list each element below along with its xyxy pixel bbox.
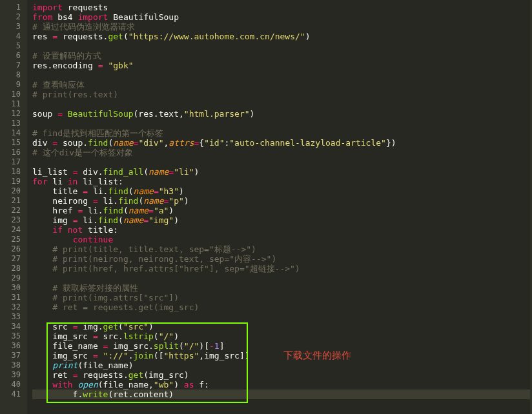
token-kw: continue: [73, 235, 114, 244]
code-line[interactable]: img_src = src.lstrip("/"): [32, 331, 532, 341]
line-number: 21: [0, 196, 27, 206]
token-plain: BeautifulSoup: [108, 12, 179, 22]
token-plain: requests: [77, 370, 123, 380]
token-plain: img_src: [32, 331, 93, 341]
code-editor[interactable]: 1234567891011121314151617181920212223242…: [0, 0, 532, 414]
code-line[interactable]: # print(href, href.attrs["href"], sep="超…: [32, 264, 532, 273]
line-number: 16: [0, 148, 27, 157]
line-number: 2: [0, 12, 27, 22]
code-line[interactable]: f.write(ret.content): [32, 389, 532, 399]
token-plain: soup: [32, 109, 57, 119]
code-line[interactable]: [32, 312, 532, 322]
line-number: 13: [0, 119, 27, 128]
code-line[interactable]: div = soup.find(name="div",attrs={"id":"…: [32, 138, 532, 148]
code-line[interactable]: [32, 70, 532, 80]
token-plain: .: [148, 341, 154, 351]
code-line[interactable]: # 通过代码伪造浏览器请求: [32, 22, 532, 32]
code-line[interactable]: # 查看响应体: [32, 80, 532, 90]
token-fn: find: [118, 196, 138, 206]
line-number: 24: [0, 225, 27, 235]
token-plain: [32, 380, 52, 389]
code-line[interactable]: [32, 157, 532, 167]
token-plain: [32, 264, 52, 273]
code-line[interactable]: [32, 41, 532, 51]
line-number: 11: [0, 99, 27, 109]
code-line[interactable]: img_src = "://".join(["https",img_src]): [32, 351, 532, 360]
code-line[interactable]: # 这个div是一个标签对象: [32, 148, 532, 157]
code-line[interactable]: with open(file_name,"wb") as f:: [32, 380, 532, 389]
token-plain: title: [32, 186, 83, 196]
token-fn: find: [88, 138, 108, 148]
token-plain: (img_src): [143, 370, 189, 380]
code-line[interactable]: [32, 119, 532, 128]
code-line[interactable]: ret = requests.get(img_src): [32, 370, 532, 380]
token-plain: li_list:: [77, 177, 123, 186]
token-plain: [63, 225, 68, 235]
token-kw: import: [32, 3, 63, 12]
token-plain: requests: [57, 32, 103, 41]
code-line[interactable]: import requests: [32, 3, 532, 12]
code-area[interactable]: import requestsfrom bs4 import Beautiful…: [27, 0, 532, 414]
code-line[interactable]: continue: [32, 235, 532, 244]
code-line[interactable]: from bs4 import BeautifulSoup: [32, 12, 532, 22]
token-plain: f:: [194, 380, 209, 389]
token-cmt: # print(title, title.text, sep="标题-->"): [52, 244, 256, 254]
line-number: 36: [0, 341, 27, 351]
token-op: =: [83, 186, 88, 196]
token-plain: soup: [57, 138, 83, 148]
token-plain: content): [134, 389, 174, 399]
code-line[interactable]: src = img.get("src"): [32, 322, 532, 331]
token-fn: split: [154, 341, 179, 351]
code-line[interactable]: if not title:: [32, 225, 532, 235]
code-line[interactable]: href = li.find(name="a"): [32, 206, 532, 215]
code-line[interactable]: # print(res.text): [32, 90, 532, 99]
code-line[interactable]: # print(neirong, neirong.text, sep="内容--…: [32, 254, 532, 264]
line-number: 9: [0, 80, 27, 90]
code-line[interactable]: title = li.find(name="h3"): [32, 186, 532, 196]
code-line[interactable]: li_list = div.find_all(name="li"): [32, 167, 532, 177]
line-number: 39: [0, 370, 27, 380]
token-fn: find: [108, 186, 128, 196]
token-plain: ]: [220, 341, 225, 351]
token-plain: div: [32, 138, 52, 148]
token-op: =: [98, 61, 103, 70]
code-line[interactable]: for li in li_list:: [32, 177, 532, 186]
code-line[interactable]: res = requests.get("https://www.autohome…: [32, 32, 532, 41]
code-line[interactable]: [32, 273, 532, 283]
line-number: 27: [0, 254, 27, 264]
token-fn: get: [108, 32, 123, 41]
token-arg: name: [113, 138, 133, 148]
code-line[interactable]: print(file_name): [32, 360, 532, 370]
code-line[interactable]: img = li.find(name="img"): [32, 215, 532, 225]
code-line[interactable]: # 设置解码的方式: [32, 51, 532, 61]
code-line[interactable]: res.encoding = "gbk": [32, 61, 532, 70]
token-plain: [63, 109, 68, 119]
line-number: 4: [0, 32, 27, 41]
code-line[interactable]: # print(img.attrs["src"]): [32, 293, 532, 302]
token-op: =: [93, 196, 98, 206]
token-plain: li: [98, 196, 113, 206]
line-number: 32: [0, 302, 27, 312]
code-line[interactable]: # ret = requests.get(img_src): [32, 302, 532, 312]
code-line[interactable]: soup = BeautifulSoup(res.text,"html.pars…: [32, 109, 532, 119]
token-kw: from: [32, 12, 52, 22]
token-plain: div: [77, 167, 97, 177]
line-number: 6: [0, 51, 27, 61]
code-line[interactable]: # find是找到相匹配的第一个标签: [32, 128, 532, 138]
line-number: 22: [0, 206, 27, 215]
code-line[interactable]: # print(title, title.text, sep="标题-->"): [32, 244, 532, 254]
line-number: 28: [0, 264, 27, 273]
token-plain: (: [154, 331, 159, 341]
token-plain: ): [174, 380, 184, 389]
token-cmt: # ret = requests.get(img_src): [52, 302, 199, 312]
code-line[interactable]: neirong = li.find(name="p"): [32, 196, 532, 206]
code-line[interactable]: # 获取标签对接的属性: [32, 283, 532, 293]
token-plain: .: [118, 331, 123, 341]
code-line[interactable]: file_name = img_src.split("/")[-1]: [32, 341, 532, 351]
line-number: 14: [0, 128, 27, 138]
token-plain: [32, 254, 52, 264]
code-line[interactable]: [32, 99, 532, 109]
token-str: "://": [103, 351, 128, 360]
token-plain: encoding: [52, 61, 97, 70]
token-plain: res: [32, 32, 52, 41]
